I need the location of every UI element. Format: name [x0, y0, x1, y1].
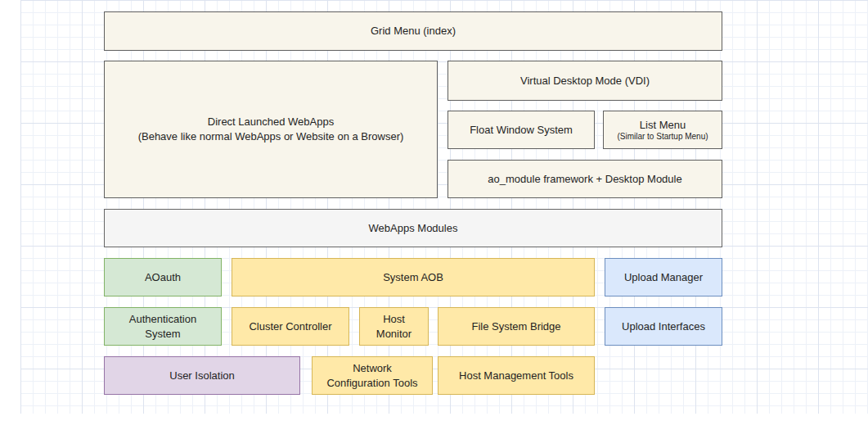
diagram-canvas: Grid Menu (index) Direct Launched WebApp… — [0, 0, 868, 430]
node-grid-menu: Grid Menu (index) — [104, 11, 722, 51]
node-aoauth: AOauth — [104, 258, 222, 296]
node-direct-launched-webapps: Direct Launched WebApps (Behave like nor… — [104, 61, 438, 198]
node-cluster-controller: Cluster Controller — [232, 307, 349, 346]
node-float-window-system: Float Window System — [447, 111, 595, 149]
node-file-system-bridge: File System Bridge — [438, 307, 595, 346]
node-upload-manager: Upload Manager — [605, 258, 722, 296]
list-menu-subtitle: (Similar to Startup Menu) — [617, 132, 708, 142]
node-system-aob: System AOB — [232, 258, 595, 296]
node-list-menu: List Menu (Similar to Startup Menu) — [603, 111, 722, 149]
node-host-monitor: Host Monitor — [359, 307, 429, 346]
node-virtual-desktop-mode: Virtual Desktop Mode (VDI) — [447, 61, 722, 101]
node-webapps-modules: WebApps Modules — [104, 209, 722, 247]
node-user-isolation: User Isolation — [104, 356, 300, 395]
node-network-configuration-tools: Network Configuration Tools — [312, 356, 433, 395]
list-menu-title: List Menu — [640, 118, 686, 133]
node-upload-interfaces: Upload Interfaces — [605, 307, 722, 346]
node-authentication-system: Authentication System — [104, 307, 222, 346]
node-ao-module-framework: ao_module framework + Desktop Module — [447, 160, 722, 198]
node-host-management-tools: Host Management Tools — [438, 356, 595, 395]
